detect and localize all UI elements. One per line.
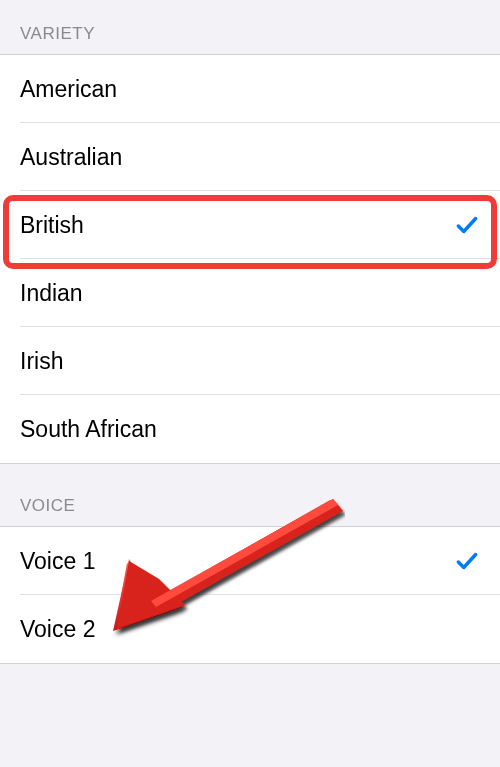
variety-item-australian[interactable]: Australian xyxy=(0,123,500,191)
variety-item-label: British xyxy=(20,212,84,239)
variety-list: American Australian British Indian Irish… xyxy=(0,54,500,464)
section-header-variety: Variety xyxy=(0,0,500,54)
variety-item-south-african[interactable]: South African xyxy=(0,395,500,463)
voice-item-label: Voice 1 xyxy=(20,548,95,575)
checkmark-icon xyxy=(454,212,480,238)
variety-item-label: American xyxy=(20,76,117,103)
variety-item-label: South African xyxy=(20,416,157,443)
checkmark-icon xyxy=(454,548,480,574)
variety-item-label: Irish xyxy=(20,348,63,375)
voice-item-voice-1[interactable]: Voice 1 xyxy=(0,527,500,595)
variety-item-label: Australian xyxy=(20,144,122,171)
variety-item-label: Indian xyxy=(20,280,83,307)
variety-item-british[interactable]: British xyxy=(0,191,500,259)
voice-item-label: Voice 2 xyxy=(20,616,95,643)
section-header-voice: Voice xyxy=(0,464,500,526)
variety-item-american[interactable]: American xyxy=(0,55,500,123)
voice-list: Voice 1 Voice 2 xyxy=(0,526,500,664)
voice-item-voice-2[interactable]: Voice 2 xyxy=(0,595,500,663)
variety-item-indian[interactable]: Indian xyxy=(0,259,500,327)
variety-item-irish[interactable]: Irish xyxy=(0,327,500,395)
